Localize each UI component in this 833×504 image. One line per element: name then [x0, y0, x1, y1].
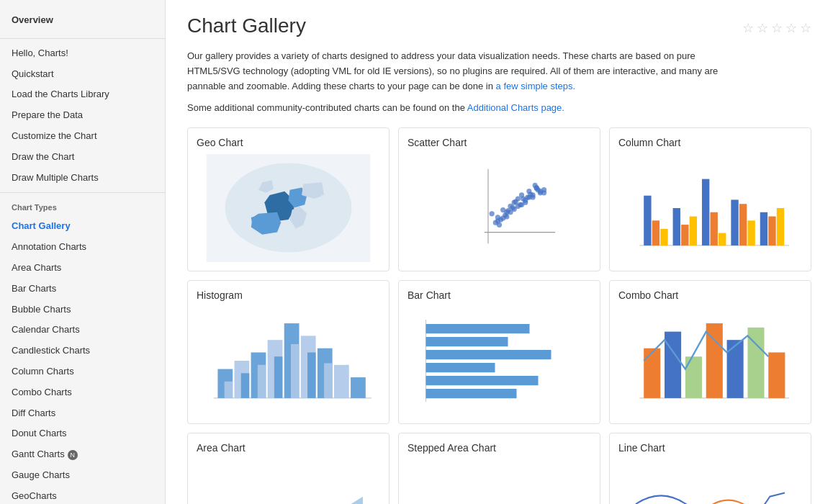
page-title: Chart Gallery — [187, 14, 306, 37]
chart-title-area: Area Chart — [197, 442, 380, 454]
chart-card-geo[interactable]: Geo Chart — [187, 127, 390, 271]
sidebar-item-diff-charts[interactable]: Diff Charts — [0, 403, 165, 424]
sidebar-item-draw-multiple-charts[interactable]: Draw Multiple Charts — [0, 168, 165, 189]
chart-card-scatter[interactable]: Scatter Chart — [398, 127, 600, 271]
svg-rect-59 — [760, 212, 767, 246]
chart-card-column[interactable]: Column Chart — [609, 127, 811, 271]
additional-note: Some additional community-contributed ch… — [187, 102, 811, 113]
chart-visual-histogram — [197, 307, 380, 415]
svg-rect-71 — [334, 365, 349, 398]
svg-point-27 — [513, 199, 518, 204]
svg-rect-96 — [768, 353, 785, 398]
sidebar-item-chart-gallery[interactable]: Chart Gallery — [0, 216, 165, 237]
svg-point-44 — [541, 191, 546, 196]
svg-rect-57 — [739, 204, 747, 246]
chart-card-area[interactable]: Area Chart — [187, 433, 390, 504]
svg-rect-84 — [426, 350, 551, 359]
chart-visual-column — [618, 154, 802, 262]
svg-rect-97 — [207, 459, 371, 504]
svg-rect-76 — [274, 357, 283, 399]
sidebar-item-prepare-the-data[interactable]: Prepare the Data — [0, 105, 165, 126]
additional-charts-link[interactable]: Additional Charts page. — [467, 102, 564, 113]
svg-rect-77 — [291, 344, 300, 398]
svg-point-42 — [526, 195, 531, 200]
chart-types-header: Chart Types — [0, 199, 165, 216]
chart-card-stepped[interactable]: Stepped Area Chart — [398, 433, 600, 504]
svg-point-43 — [534, 186, 539, 191]
chart-title-geo: Geo Chart — [197, 137, 380, 148]
svg-rect-48 — [652, 221, 659, 246]
svg-rect-91 — [665, 332, 681, 398]
svg-rect-50 — [673, 208, 680, 246]
sidebar-item-geocharts[interactable]: GeoCharts — [0, 486, 165, 504]
sidebar-item-draw-the-chart[interactable]: Draw the Chart — [0, 147, 165, 168]
sidebar-item-gauge-charts[interactable]: Gauge Charts — [0, 465, 165, 486]
star-5[interactable]: ☆ — [800, 20, 811, 36]
svg-rect-85 — [426, 363, 495, 372]
svg-rect-56 — [731, 200, 738, 246]
sidebar-item-quickstart[interactable]: Quickstart — [0, 64, 165, 85]
new-badge: N — [68, 450, 78, 460]
chart-visual-combo — [618, 307, 802, 415]
sidebar-item-gantt-charts[interactable]: Gantt ChartsN — [0, 444, 165, 465]
chart-grid: Geo Chart Scatter Chart Column Chart His… — [187, 127, 811, 504]
svg-rect-75 — [258, 365, 266, 398]
sidebar-item-combo-charts[interactable]: Combo Charts — [0, 382, 165, 403]
chart-visual-geo — [197, 154, 380, 262]
chart-title-stepped: Stepped Area Chart — [408, 442, 591, 454]
sidebar-item-customize-the-chart[interactable]: Customize the Chart — [0, 126, 165, 147]
svg-rect-92 — [685, 357, 702, 399]
sidebar-overview[interactable]: Overview — [0, 7, 165, 34]
star-3[interactable]: ☆ — [771, 20, 783, 36]
star-rating[interactable]: ☆☆☆☆☆ — [742, 20, 811, 36]
star-2[interactable]: ☆ — [757, 20, 768, 36]
simple-steps-link[interactable]: a few simple steps. — [496, 81, 576, 91]
chart-visual-stepped — [408, 459, 591, 504]
svg-rect-52 — [690, 217, 697, 246]
sidebar: Overview Hello, Charts!QuickstartLoad th… — [0, 0, 166, 504]
svg-rect-99 — [418, 459, 582, 504]
chart-title-scatter: Scatter Chart — [408, 137, 591, 148]
svg-rect-53 — [702, 179, 709, 246]
sidebar-item-bar-charts[interactable]: Bar Charts — [0, 279, 165, 300]
svg-rect-60 — [768, 217, 775, 246]
svg-rect-80 — [413, 307, 586, 415]
chart-card-combo[interactable]: Combo Chart — [609, 280, 811, 424]
sidebar-item-column-charts[interactable]: Column Charts — [0, 361, 165, 382]
svg-rect-47 — [644, 196, 651, 246]
sidebar-item-load-the-charts-library[interactable]: Load the Charts Library — [0, 84, 165, 105]
chart-card-line[interactable]: Line Chart — [609, 433, 811, 504]
chart-card-histogram[interactable]: Histogram — [187, 280, 390, 424]
svg-point-5 — [490, 212, 495, 217]
svg-point-40 — [512, 207, 517, 212]
chart-visual-bar — [408, 307, 591, 415]
sidebar-item-calendar-charts[interactable]: Calendar Charts — [0, 320, 165, 341]
svg-rect-73 — [225, 382, 233, 398]
chart-visual-area — [197, 459, 380, 504]
svg-rect-49 — [660, 229, 667, 246]
chart-card-bar[interactable]: Bar Chart — [398, 280, 600, 424]
svg-rect-83 — [426, 337, 508, 346]
chart-visual-scatter — [408, 154, 591, 262]
chart-visual-line — [618, 459, 802, 504]
svg-point-41 — [519, 202, 524, 207]
chart-title-histogram: Histogram — [197, 289, 380, 301]
chart-title-line: Line Chart — [618, 442, 802, 454]
sidebar-item-bubble-charts[interactable]: Bubble Charts — [0, 300, 165, 320]
sidebar-item-hello,-charts![interactable]: Hello, Charts! — [0, 43, 165, 64]
svg-rect-61 — [777, 208, 784, 246]
star-4[interactable]: ☆ — [785, 20, 797, 36]
description-text: Our gallery provides a variety of charts… — [187, 49, 749, 94]
svg-rect-58 — [747, 221, 755, 246]
sidebar-item-annotation-charts[interactable]: Annotation Charts — [0, 237, 165, 258]
sidebar-item-candlestick-charts[interactable]: Candlestick Charts — [0, 341, 165, 361]
sidebar-item-donut-charts[interactable]: Donut Charts — [0, 423, 165, 444]
sidebar-item-area-charts[interactable]: Area Charts — [0, 258, 165, 279]
chart-title-column: Column Chart — [618, 137, 802, 148]
chart-title-bar: Bar Chart — [408, 289, 591, 301]
star-1[interactable]: ☆ — [742, 20, 754, 36]
svg-rect-72 — [351, 377, 366, 398]
svg-rect-79 — [324, 364, 333, 398]
svg-rect-78 — [307, 353, 316, 398]
svg-rect-54 — [711, 212, 718, 246]
